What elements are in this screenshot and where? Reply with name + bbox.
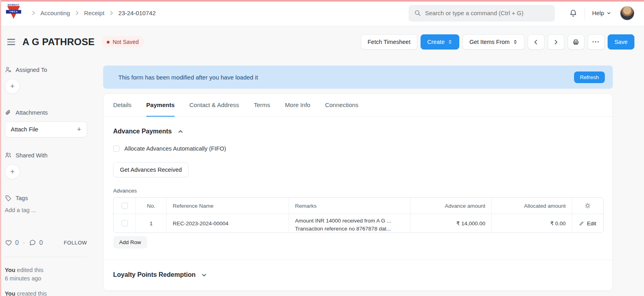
get-advances-received-button[interactable]: Get Advances Received	[113, 162, 189, 177]
create-button[interactable]: Create	[421, 34, 460, 50]
column-header-allocated-amount: Allocated amount	[492, 198, 572, 214]
help-menu[interactable]: Help	[592, 10, 611, 16]
search-icon	[414, 10, 421, 16]
refresh-button[interactable]: Refresh	[574, 72, 605, 83]
shared-with-label: Shared With	[16, 152, 48, 159]
select-chevrons-icon	[448, 39, 453, 45]
tab-contact-address[interactable]: Contact & Address	[189, 94, 239, 117]
pencil-icon	[579, 221, 584, 226]
search-input[interactable]	[425, 10, 545, 16]
status-badge: Not Saved	[102, 36, 144, 48]
created-activity: You created this	[5, 290, 92, 296]
navbar-right: Help	[409, 5, 634, 22]
add-share-button[interactable]: +	[5, 164, 20, 179]
users-icon	[5, 152, 12, 159]
previous-document-button[interactable]	[528, 34, 544, 50]
tags-section: Tags	[5, 195, 92, 201]
remarks-line-1: Amount INR 14000 received from A G ...	[295, 218, 391, 224]
page-header: A G PATHROSE Not Saved Fetch Timesheet C…	[0, 26, 644, 56]
grid-settings-button[interactable]	[572, 198, 603, 214]
assigned-to-section: Assigned To	[5, 66, 92, 73]
alert-message: This form has been modified after you ha…	[118, 74, 258, 81]
chevron-left-icon	[533, 39, 539, 45]
main-content: This form has been modified after you ha…	[103, 56, 613, 291]
status-badge-label: Not Saved	[113, 39, 139, 45]
screen-frame-left	[0, 0, 1, 296]
navbar-divider	[584, 7, 585, 19]
row-allocated-amount[interactable]: ₹ 0.00	[492, 214, 572, 232]
attach-file-button[interactable]: Attach File +	[5, 121, 87, 137]
chevron-right-icon	[74, 10, 80, 16]
section-divider	[104, 260, 612, 260]
tab-terms[interactable]: Terms	[254, 94, 270, 117]
bombay-ymca-logo[interactable]: BOMBAY YMCA	[6, 4, 22, 24]
created-actor: You	[5, 290, 15, 296]
sidebar-toggle-icon[interactable]	[5, 36, 18, 48]
breadcrumb-receipt[interactable]: Receipt	[84, 10, 104, 16]
likes-count: 0	[15, 239, 19, 246]
comments-count: 0	[39, 239, 43, 246]
navbar: BOMBAY YMCA Accounting Receipt 23-24-010…	[0, 0, 644, 26]
add-tag-input[interactable]: Add a tag ...	[5, 207, 92, 213]
get-items-from-button[interactable]: Get Items From	[463, 34, 524, 50]
chevron-right-icon	[553, 39, 559, 45]
column-header-advance-amount: Advance amount	[411, 198, 492, 214]
fifo-checkbox-row: Allocate Advances Automatically (FIFO)	[113, 145, 603, 152]
advance-payments-section-toggle[interactable]: Advance Payments	[113, 128, 603, 135]
row-reference-name[interactable]: REC-2023-2024-00004	[167, 214, 289, 232]
more-options-button[interactable]: ···	[588, 34, 604, 50]
tab-connections[interactable]: Connections	[325, 94, 358, 117]
toolbar: Fetch Timesheet Create Get Items From	[361, 34, 635, 50]
remarks-line-2: Transaction reference no 8767878 dat...	[295, 226, 391, 232]
loyalty-points-title: Loyalty Points Redemption	[113, 271, 195, 278]
tab-payments[interactable]: Payments	[146, 94, 175, 117]
fetch-timesheet-button[interactable]: Fetch Timesheet	[361, 34, 417, 50]
chevron-right-icon	[108, 10, 114, 16]
gear-icon	[584, 203, 591, 209]
next-document-button[interactable]	[548, 34, 564, 50]
row-advance-amount[interactable]: ₹ 14,000.00	[411, 214, 492, 232]
edited-actor: You	[5, 267, 15, 273]
user-avatar[interactable]	[620, 6, 634, 20]
row-edit-button[interactable]: Edit	[579, 221, 596, 226]
global-search[interactable]	[409, 5, 555, 22]
fifo-checkbox[interactable]	[113, 145, 120, 152]
page-title: A G PATHROSE	[22, 36, 95, 48]
row-checkbox[interactable]	[122, 220, 128, 226]
column-header-reference-name: Reference Name	[167, 198, 289, 214]
edit-label: Edit	[587, 221, 596, 226]
comment-icon[interactable]	[29, 239, 36, 246]
row-remarks[interactable]: Amount INR 14000 received from A G ... T…	[289, 214, 411, 232]
payments-tab-content: Advance Payments Allocate Advances Autom…	[104, 128, 612, 290]
sidebar-divider	[5, 257, 87, 257]
screen-frame-top	[0, 0, 644, 2]
status-dot-icon	[107, 41, 110, 44]
column-header-remarks: Remarks	[289, 198, 411, 214]
tab-more-info[interactable]: More Info	[285, 94, 310, 117]
print-button[interactable]	[568, 34, 584, 50]
form-tabs: Details Payments Contact & Address Terms…	[104, 94, 612, 117]
assigned-to-label: Assigned To	[16, 67, 47, 73]
breadcrumb-document-id[interactable]: 23-24-010742	[118, 10, 156, 16]
tab-details[interactable]: Details	[113, 94, 132, 117]
save-button[interactable]: Save	[608, 34, 634, 50]
loyalty-points-section-toggle[interactable]: Loyalty Points Redemption	[113, 271, 603, 278]
follow-button[interactable]: FOLLOW	[64, 240, 88, 246]
advance-payments-title: Advance Payments	[113, 128, 172, 135]
page-layout: Assigned To + Attachments Attach File + …	[0, 56, 644, 296]
edited-activity: You edited this 6 minutes ago	[5, 266, 92, 283]
breadcrumb-accounting[interactable]: Accounting	[40, 10, 70, 16]
advances-field-label: Advances	[113, 188, 603, 194]
advances-table: No. Reference Name Remarks Advance amoun…	[113, 197, 604, 233]
notifications-bell-icon[interactable]	[569, 9, 577, 17]
attachments-section: Attachments	[5, 109, 92, 116]
select-all-checkbox[interactable]	[122, 203, 128, 209]
form-modified-alert: This form has been modified after you ha…	[103, 66, 613, 89]
breadcrumb: Accounting Receipt 23-24-010742	[30, 10, 156, 16]
advances-table-row: 1 REC-2023-2024-00004 Amount INR 14000 r…	[114, 214, 603, 232]
heart-icon[interactable]	[5, 239, 12, 246]
add-row-button[interactable]: Add Row	[113, 236, 147, 248]
logo-text-band: YMCA	[6, 10, 21, 14]
created-action: created this	[15, 290, 47, 296]
add-assignment-button[interactable]: +	[5, 79, 20, 94]
